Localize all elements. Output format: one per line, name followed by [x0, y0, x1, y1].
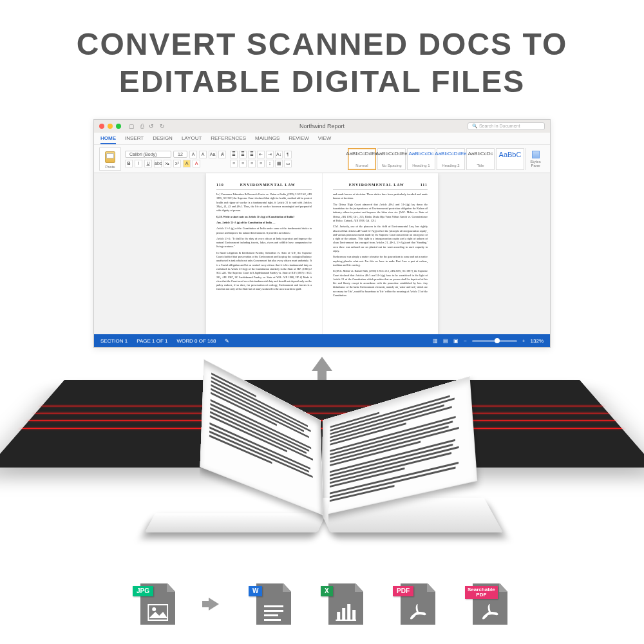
window-title: Northwind Report: [299, 123, 345, 129]
minimize-icon[interactable]: [108, 124, 113, 129]
tab-review[interactable]: REVIEW: [289, 135, 309, 144]
styles-gallery: AaBbCcDdEeNormal AaBbCcDdEeNo Spacing Aa…: [348, 148, 545, 170]
window-titlebar: ▢ ⎙ ↺ ↻ Northwind Report 🔍 Search in Doc…: [94, 120, 550, 133]
format-jpg: JPG: [137, 583, 175, 625]
book-stack-left: [145, 513, 327, 533]
style-more[interactable]: AaBbC: [496, 148, 524, 170]
font-size-select[interactable]: 12: [173, 151, 187, 158]
sort-button[interactable]: A↓: [275, 151, 283, 158]
subscript-button[interactable]: x₂: [164, 160, 171, 167]
ribbon: Paste Calibri (Body) 12 A A Aa A̸ B I U …: [94, 145, 550, 173]
tab-insert[interactable]: INSERT: [125, 135, 144, 144]
open-book: [149, 412, 495, 533]
svg-rect-6: [337, 612, 340, 620]
svg-rect-2: [264, 605, 283, 607]
align-left-button[interactable]: ≡: [230, 160, 238, 167]
shading-button[interactable]: ▦: [275, 160, 283, 167]
ribbon-tabs: HOME INSERT DESIGN LAYOUT REFERENCES MAI…: [94, 133, 550, 145]
tab-home[interactable]: HOME: [100, 135, 116, 144]
page-right: ENVIRONMENTAL LAW111 and made known of d…: [322, 173, 438, 334]
paragraph-group: ≣ ≣ ≣ ⇤ ⇥ A↓ ¶ ≡ ≡ ≡ ≡ ↕ ▦ ▭: [230, 151, 294, 167]
document-area[interactable]: 110ENVIRONMENTAL LAW In [ Consumer Educa…: [94, 173, 550, 334]
acrobat-icon: [480, 603, 500, 621]
svg-rect-9: [352, 610, 355, 620]
jpg-badge: JPG: [133, 586, 153, 596]
pane-icon: [532, 151, 540, 158]
maximize-icon[interactable]: [116, 124, 121, 129]
headline-line1: CONVERT SCANNED DOCS TO: [39, 26, 605, 63]
paste-button[interactable]: Paste: [99, 147, 121, 171]
view-focus-icon[interactable]: ▣: [453, 338, 459, 344]
tab-view[interactable]: VIEW: [318, 135, 331, 144]
underline-button[interactable]: U: [144, 160, 152, 167]
excel-badge: X: [321, 586, 333, 596]
style-heading2[interactable]: AaBbCcDdEeHeading 2: [437, 148, 465, 170]
style-heading1[interactable]: AaBbCcDcHeading 1: [407, 148, 435, 170]
outdent-button[interactable]: ⇤: [257, 151, 265, 158]
tab-design[interactable]: DESIGN: [153, 135, 173, 144]
justify-button[interactable]: ≡: [257, 160, 265, 167]
numbers-button[interactable]: ≣: [239, 151, 247, 158]
style-nospacing[interactable]: AaBbCcDdEeNo Spacing: [377, 148, 406, 170]
traffic-lights: [99, 124, 121, 129]
headline: CONVERT SCANNED DOCS TO EDITABLE DIGITAL…: [0, 0, 644, 106]
zoom-out-button[interactable]: −: [464, 338, 467, 344]
italic-button[interactable]: I: [135, 160, 142, 167]
arrow-up-icon: [312, 357, 332, 371]
svg-rect-4: [264, 614, 278, 616]
font-name-select[interactable]: Calibri (Body): [125, 151, 171, 158]
bullets-button[interactable]: ≣: [230, 151, 238, 158]
style-title[interactable]: AaBbCcDcTitle: [466, 148, 495, 170]
word-badge: W: [249, 586, 262, 596]
zoom-in-button[interactable]: +: [522, 338, 526, 344]
svg-rect-8: [347, 604, 350, 620]
superscript-button[interactable]: x²: [173, 160, 181, 167]
arrow-right-icon: [209, 598, 219, 611]
search-input[interactable]: 🔍 Search in Document: [468, 122, 545, 130]
headline-line2: EDITABLE DIGITAL FILES: [39, 63, 605, 100]
svg-rect-10: [336, 620, 356, 621]
searchable-pdf-badge: Searchable PDF: [465, 586, 498, 599]
svg-rect-5: [264, 619, 281, 621]
strike-button[interactable]: abc: [154, 160, 162, 167]
tab-mailings[interactable]: MAILINGS: [255, 135, 279, 144]
svg-point-1: [152, 607, 156, 611]
styles-pane-button[interactable]: Styles Pane: [526, 148, 545, 170]
grow-font-button[interactable]: A: [189, 151, 197, 158]
document-pages: 110ENVIRONMENTAL LAW In [ Consumer Educa…: [206, 173, 438, 334]
borders-button[interactable]: ▭: [284, 160, 292, 167]
tab-references[interactable]: REFERENCES: [211, 135, 246, 144]
show-marks-button[interactable]: ¶: [284, 151, 292, 158]
format-pdf: PDF: [397, 583, 435, 625]
zoom-slider[interactable]: [472, 340, 517, 342]
page-left: 110ENVIRONMENTAL LAW In [ Consumer Educa…: [206, 173, 322, 334]
line-spacing-button[interactable]: ↕: [266, 160, 274, 167]
bold-button[interactable]: B: [125, 160, 133, 167]
quick-access-icons: ▢ ⎙ ↺ ↻: [129, 123, 167, 129]
indent-button[interactable]: ⇥: [266, 151, 274, 158]
multilevel-button[interactable]: ≣: [248, 151, 256, 158]
align-right-button[interactable]: ≡: [248, 160, 256, 167]
document-lines-icon: [264, 604, 283, 621]
format-row: JPG W X PDF Searchable PDF: [0, 583, 644, 625]
view-print-icon[interactable]: ▥: [433, 338, 438, 344]
status-section: SECTION 1: [100, 338, 128, 344]
pdf-badge: PDF: [393, 586, 413, 596]
align-center-button[interactable]: ≡: [239, 160, 247, 167]
zoom-value: 132%: [531, 338, 544, 344]
format-searchable-pdf: Searchable PDF: [469, 583, 507, 625]
style-normal[interactable]: AaBbCcDdEeNormal: [348, 148, 376, 170]
status-page: PAGE 1 OF 1: [137, 338, 167, 344]
svg-rect-7: [342, 608, 345, 620]
change-case-button[interactable]: Aa: [209, 151, 216, 158]
shrink-font-button[interactable]: A: [199, 151, 207, 158]
clear-formatting-button[interactable]: A̸: [218, 151, 226, 158]
view-web-icon[interactable]: ▤: [443, 338, 448, 344]
image-icon: [147, 604, 168, 621]
svg-rect-3: [264, 610, 283, 612]
font-color-button[interactable]: A: [193, 160, 200, 167]
close-icon[interactable]: [99, 124, 104, 129]
highlight-button[interactable]: A: [183, 160, 191, 167]
spellcheck-icon[interactable]: ✎: [225, 338, 229, 344]
tab-layout[interactable]: LAYOUT: [182, 135, 202, 144]
